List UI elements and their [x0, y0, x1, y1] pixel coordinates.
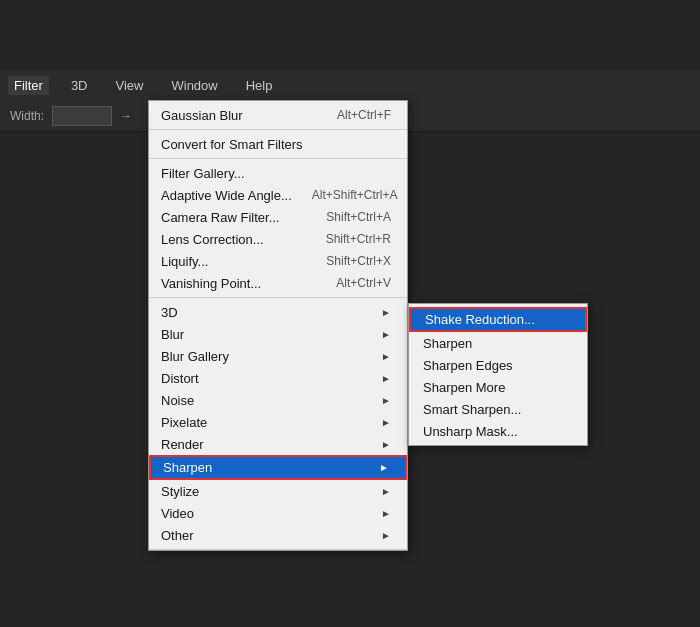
menu-item-camera-raw-filter[interactable]: Camera Raw Filter... Shift+Ctrl+A [149, 206, 407, 228]
menu-window[interactable]: Window [165, 76, 223, 95]
effects-section: 3D ► Blur ► Blur Gallery ► Distort ► Noi… [149, 298, 407, 550]
filter-gallery-label: Filter Gallery... [161, 166, 245, 181]
sharpen-label: Sharpen [163, 460, 212, 475]
menu-item-3d[interactable]: 3D ► [149, 301, 407, 323]
correction-section: Filter Gallery... Adaptive Wide Angle...… [149, 159, 407, 298]
shake-reduction-label: Shake Reduction... [425, 312, 535, 327]
blur-label: Blur [161, 327, 184, 342]
noise-label: Noise [161, 393, 194, 408]
submenu-item-sharpen-edges[interactable]: Sharpen Edges [409, 354, 587, 376]
smart-sharpen-label: Smart Sharpen... [423, 402, 521, 417]
pixelate-arrow-icon: ► [381, 417, 391, 428]
menubar: Filter 3D View Window Help [0, 70, 700, 100]
3d-label: 3D [161, 305, 178, 320]
vanishing-point-shortcut: Alt+Ctrl+V [336, 276, 391, 290]
video-label: Video [161, 506, 194, 521]
pixelate-label: Pixelate [161, 415, 207, 430]
blur-arrow-icon: ► [381, 329, 391, 340]
sharpen-only-label: Sharpen [423, 336, 472, 351]
sharpen-edges-label: Sharpen Edges [423, 358, 513, 373]
sharpen-arrow-icon: ► [379, 462, 389, 473]
vanishing-point-label: Vanishing Point... [161, 276, 261, 291]
submenu-item-sharpen[interactable]: Sharpen [409, 332, 587, 354]
menu-item-blur-gallery[interactable]: Blur Gallery ► [149, 345, 407, 367]
liquify-shortcut: Shift+Ctrl+X [326, 254, 391, 268]
submenu-item-shake-reduction[interactable]: Shake Reduction... [409, 307, 587, 332]
liquify-label: Liquify... [161, 254, 208, 269]
recent-filter-section: Gaussian Blur Alt+Ctrl+F [149, 101, 407, 130]
smart-filters-section: Convert for Smart Filters [149, 130, 407, 159]
distort-label: Distort [161, 371, 199, 386]
adaptive-wide-angle-label: Adaptive Wide Angle... [161, 188, 292, 203]
sharpen-submenu: Shake Reduction... Sharpen Sharpen Edges… [408, 303, 588, 446]
blur-gallery-arrow-icon: ► [381, 351, 391, 362]
submenu-item-unsharp-mask[interactable]: Unsharp Mask... [409, 420, 587, 442]
unsharp-mask-label: Unsharp Mask... [423, 424, 518, 439]
gaussian-blur-shortcut: Alt+Ctrl+F [337, 108, 391, 122]
submenu-item-sharpen-more[interactable]: Sharpen More [409, 376, 587, 398]
convert-smart-filters-label: Convert for Smart Filters [161, 137, 303, 152]
submenu-item-smart-sharpen[interactable]: Smart Sharpen... [409, 398, 587, 420]
camera-raw-filter-shortcut: Shift+Ctrl+A [326, 210, 391, 224]
render-label: Render [161, 437, 204, 452]
menu-item-blur[interactable]: Blur ► [149, 323, 407, 345]
menu-item-filter-gallery[interactable]: Filter Gallery... [149, 162, 407, 184]
width-input[interactable] [52, 106, 112, 126]
menu-item-noise[interactable]: Noise ► [149, 389, 407, 411]
menu-item-sharpen[interactable]: Sharpen ► [149, 455, 407, 480]
menu-item-convert-smart-filters[interactable]: Convert for Smart Filters [149, 133, 407, 155]
menu-filter[interactable]: Filter [8, 76, 49, 95]
width-label: Width: [10, 109, 44, 123]
sharpen-more-label: Sharpen More [423, 380, 505, 395]
menu-view[interactable]: View [110, 76, 150, 95]
menu-item-lens-correction[interactable]: Lens Correction... Shift+Ctrl+R [149, 228, 407, 250]
lens-correction-shortcut: Shift+Ctrl+R [326, 232, 391, 246]
blur-gallery-label: Blur Gallery [161, 349, 229, 364]
camera-raw-filter-label: Camera Raw Filter... [161, 210, 279, 225]
stylize-arrow-icon: ► [381, 486, 391, 497]
adaptive-wide-angle-shortcut: Alt+Shift+Ctrl+A [312, 188, 398, 202]
menu-3d[interactable]: 3D [65, 76, 94, 95]
noise-arrow-icon: ► [381, 395, 391, 406]
other-arrow-icon: ► [381, 530, 391, 541]
menu-item-render[interactable]: Render ► [149, 433, 407, 455]
menu-item-gaussian-blur[interactable]: Gaussian Blur Alt+Ctrl+F [149, 104, 407, 126]
3d-arrow-icon: ► [381, 307, 391, 318]
render-arrow-icon: ► [381, 439, 391, 450]
menu-item-adaptive-wide-angle[interactable]: Adaptive Wide Angle... Alt+Shift+Ctrl+A [149, 184, 407, 206]
menu-item-stylize[interactable]: Stylize ► [149, 480, 407, 502]
filter-dropdown-menu: Gaussian Blur Alt+Ctrl+F Convert for Sma… [148, 100, 408, 551]
menu-item-other[interactable]: Other ► [149, 524, 407, 546]
other-label: Other [161, 528, 194, 543]
gaussian-blur-label: Gaussian Blur [161, 108, 243, 123]
menu-item-vanishing-point[interactable]: Vanishing Point... Alt+Ctrl+V [149, 272, 407, 294]
menu-item-video[interactable]: Video ► [149, 502, 407, 524]
distort-arrow-icon: ► [381, 373, 391, 384]
video-arrow-icon: ► [381, 508, 391, 519]
toolbar-arrow-icon: → [120, 109, 132, 123]
lens-correction-label: Lens Correction... [161, 232, 264, 247]
menu-item-pixelate[interactable]: Pixelate ► [149, 411, 407, 433]
menu-item-liquify[interactable]: Liquify... Shift+Ctrl+X [149, 250, 407, 272]
menu-help[interactable]: Help [240, 76, 279, 95]
menu-item-distort[interactable]: Distort ► [149, 367, 407, 389]
stylize-label: Stylize [161, 484, 199, 499]
